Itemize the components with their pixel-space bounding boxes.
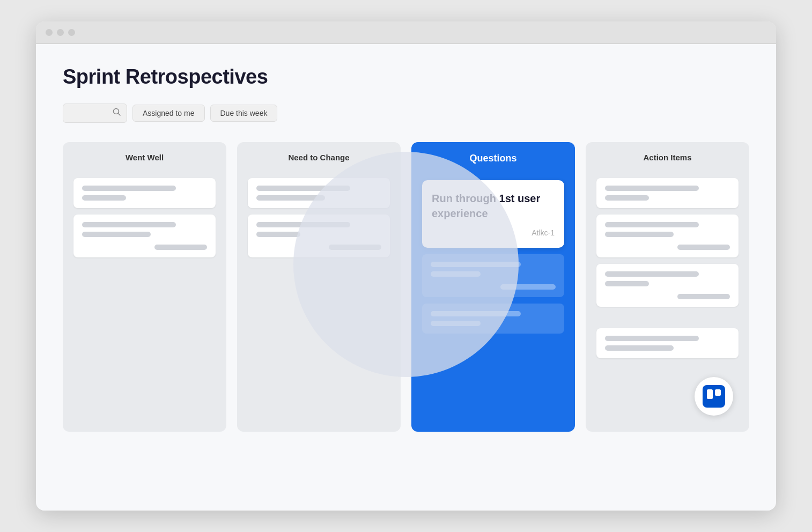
- card[interactable]: [596, 328, 739, 358]
- browser-window: Sprint Retrospectives Assigned to me Due…: [36, 21, 776, 511]
- trello-icon: [703, 385, 725, 408]
- card-bar: [605, 222, 699, 227]
- card[interactable]: [248, 178, 390, 208]
- search-box[interactable]: [63, 104, 127, 123]
- card-footer-bar: [677, 245, 730, 250]
- svg-rect-4: [715, 389, 721, 396]
- column-header-need-to-change: Need to Change: [248, 153, 390, 168]
- column-questions: Questions Run through 1st user experienc…: [411, 142, 575, 432]
- page-title: Sprint Retrospectives: [63, 65, 749, 88]
- card[interactable]: [596, 264, 739, 307]
- board-columns: Went Well Need to Change: [63, 142, 749, 432]
- card[interactable]: [596, 178, 739, 208]
- browser-content: Sprint Retrospectives Assigned to me Due…: [36, 44, 776, 511]
- card-bar: [82, 195, 126, 201]
- column-header-action-items: Action Items: [596, 153, 739, 168]
- card-footer-bar: [329, 245, 381, 250]
- card-bar: [256, 186, 350, 191]
- filter-bar: Assigned to me Due this week: [63, 104, 749, 123]
- featured-card[interactable]: Run through 1st user experience Atlkc-1: [422, 180, 564, 248]
- card-bar: [605, 186, 699, 191]
- card-bar: [605, 345, 674, 351]
- browser-dot-red: [46, 29, 53, 36]
- card-blue-bar: [431, 271, 481, 277]
- card[interactable]: [73, 215, 216, 257]
- card-blue-bar: [431, 262, 521, 267]
- card[interactable]: [248, 215, 390, 257]
- assigned-to-me-filter[interactable]: Assigned to me: [132, 105, 205, 122]
- card-bar: [256, 232, 300, 237]
- column-header-questions: Questions: [422, 153, 564, 171]
- card-blue-footer-bar: [500, 284, 556, 290]
- card-blue[interactable]: [422, 304, 564, 334]
- card-blue-bar: [431, 321, 481, 326]
- column-header-went-well: Went Well: [73, 153, 216, 168]
- card-bar: [256, 222, 350, 227]
- card-bar: [605, 271, 699, 277]
- card-bar: [82, 222, 176, 227]
- card[interactable]: [73, 178, 216, 208]
- card-bar: [82, 186, 176, 191]
- card-blue[interactable]: [422, 254, 564, 297]
- featured-card-title: Run through 1st user experience: [432, 191, 555, 221]
- browser-titlebar: [36, 21, 776, 44]
- card-bar: [82, 232, 151, 237]
- due-this-week-filter[interactable]: Due this week: [210, 105, 278, 122]
- svg-rect-3: [707, 389, 713, 399]
- board-wrap: Went Well Need to Change: [63, 142, 749, 432]
- browser-dot-yellow: [57, 29, 64, 36]
- card-bar: [256, 195, 325, 201]
- trello-logo: [695, 377, 733, 416]
- card-bar: [605, 232, 674, 237]
- card-footer-bar: [677, 294, 730, 299]
- card-extra: [596, 328, 739, 358]
- card-footer-bar: [154, 245, 207, 250]
- featured-card-id: Atlkc-1: [432, 228, 555, 237]
- card[interactable]: [596, 215, 739, 257]
- column-went-well: Went Well: [63, 142, 226, 432]
- column-need-to-change: Need to Change: [237, 142, 401, 432]
- card-bar: [605, 195, 649, 201]
- search-icon: [113, 108, 121, 119]
- card-bar: [605, 281, 649, 286]
- svg-rect-2: [703, 385, 725, 408]
- svg-line-1: [119, 114, 121, 116]
- browser-dot-green: [68, 29, 75, 36]
- card-blue-bar: [431, 311, 521, 316]
- card-bar: [605, 336, 699, 341]
